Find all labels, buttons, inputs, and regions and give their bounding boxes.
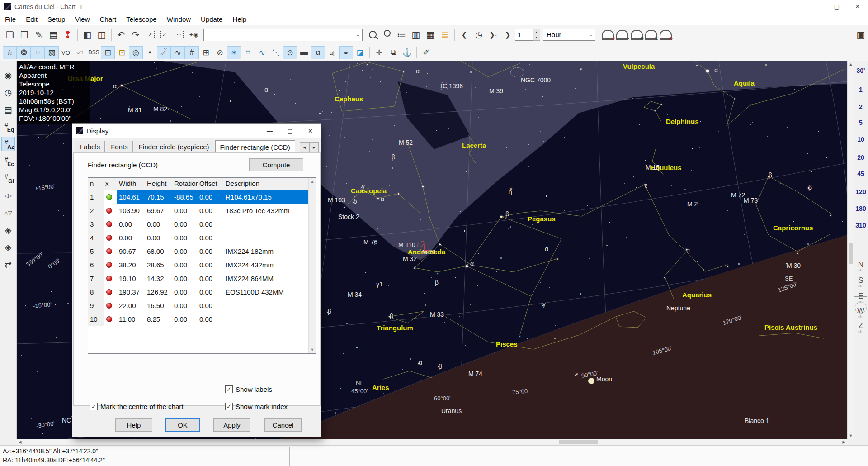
night-vision-icon[interactable]: ◪ (353, 46, 367, 59)
apply-button[interactable]: Apply (213, 418, 250, 432)
dss-image-icon[interactable]: DSS (87, 46, 101, 59)
fov-value-5[interactable]: 5 (854, 119, 868, 126)
alert-pin-icon[interactable]: ❢ (61, 28, 75, 42)
zoom-out-frame-icon[interactable]: ↗ (143, 28, 157, 42)
single-window-icon[interactable]: ◧ (80, 28, 94, 42)
label-cursor-icon[interactable]: α| (325, 46, 339, 59)
calendar-icon[interactable]: ▦ (423, 28, 438, 42)
menu-file[interactable]: File (0, 13, 21, 25)
scroll-right-icon[interactable]: ▶ (841, 439, 847, 445)
menu-update[interactable]: Update (196, 13, 227, 25)
spin-up-icon[interactable]: ▲ (533, 29, 540, 35)
cancel-button[interactable]: Cancel (264, 418, 302, 432)
save-icon[interactable]: ✎ (32, 28, 46, 42)
close-button[interactable]: ✕ (847, 0, 868, 13)
show-galaxies-icon[interactable]: ❂ (17, 46, 31, 59)
tab-finder-rectangle-ccd-[interactable]: Finder rectangle (CCD) (215, 140, 295, 153)
dialog-close-button[interactable]: ✕ (300, 124, 321, 138)
time-now-icon[interactable]: ◷ (472, 28, 486, 42)
tab-fonts[interactable]: Fonts (106, 141, 133, 152)
fov-value-120[interactable]: 120 (854, 188, 868, 195)
tab-scroll-right-icon[interactable]: ▸ (309, 142, 319, 152)
az-grid-icon[interactable]: ⊞ (199, 46, 213, 59)
zoom-in-frame-icon[interactable]: ↙ (157, 28, 172, 42)
dome-lock-icon[interactable]: ▪ (615, 28, 629, 42)
dialog-minimize-button[interactable]: — (259, 124, 280, 138)
time-unit-select[interactable]: Hour⌄ (543, 29, 595, 41)
tab-labels[interactable]: Labels (75, 141, 105, 152)
table-row[interactable]: 30.000.000.000.00 (88, 218, 316, 231)
direction-s-button[interactable]: Sıılıı (854, 277, 868, 289)
dialog-title-bar[interactable]: Display — ▢ ✕ (72, 124, 321, 138)
help-button[interactable]: Help (115, 418, 152, 432)
table-scroll-down-icon[interactable]: ▼ (309, 346, 316, 353)
table-row[interactable]: 2103.9069.670.000.00183c Pro Tec 432mm (88, 204, 316, 218)
step-forward-icon[interactable]: ❯ (500, 28, 515, 42)
checkbox-mark-the-centre-of-the-chart[interactable]: ✓Mark the centre of the chart (90, 403, 183, 410)
table-row[interactable]: 1011.008.250.000.00 (88, 313, 316, 326)
finder-rectangle-icon[interactable]: ⊡ (101, 46, 115, 59)
table-row[interactable]: 8190.37126.920.000.00EOS1100D 432MM (88, 285, 316, 299)
eq-grid-icon[interactable]: # (185, 46, 199, 59)
link-chart-icon[interactable]: ⧉ (386, 46, 400, 59)
fov-value-1[interactable]: 1 (854, 86, 868, 93)
tab-scroll-left-icon[interactable]: ◂ (300, 142, 309, 152)
compass-icon[interactable]: ⊘ (213, 46, 227, 59)
az-coord-icon[interactable]: #Az (1, 137, 15, 151)
step-back-icon[interactable]: ❮ (457, 28, 472, 42)
fov-value-2[interactable]: 2 (854, 103, 868, 110)
flip-horizontal-icon[interactable]: ◁▷ (1, 188, 15, 203)
redo-icon[interactable]: ↷ (128, 28, 143, 42)
chart-vertical-scrollbar[interactable]: ▲ ▼ (847, 61, 854, 439)
table-row[interactable]: 638.2028.650.000.00IMX224 432mm (88, 258, 316, 272)
table-row[interactable]: 590.6768.000.000.00IMX224 182mm (88, 245, 316, 258)
spin-down-icon[interactable]: ▼ (533, 35, 540, 40)
table-row[interactable]: 719.1014.320.000.00IMX224 864MM (88, 272, 316, 285)
scroll-down-icon[interactable]: ▼ (848, 433, 854, 439)
scroll-up-icon[interactable]: ▲ (848, 61, 854, 67)
show-planets-icon[interactable]: ◎ (129, 46, 143, 59)
rotate-right-icon[interactable]: ◈ (1, 223, 15, 237)
dome-slew-icon[interactable]: ↯ (644, 28, 658, 42)
open-icon[interactable]: ❐ (17, 28, 32, 42)
table-scrollbar[interactable]: ▲ ▼ (308, 178, 316, 353)
checkbox-icon[interactable]: ✓ (225, 385, 233, 393)
maximize-button[interactable]: ▢ (826, 0, 847, 13)
chart-horizontal-scrollbar[interactable]: ◀ ▶ (17, 439, 847, 445)
label-alpha-icon[interactable]: α (311, 46, 325, 59)
measure-icon[interactable]: ▬ (297, 46, 311, 59)
monitor-icon[interactable]: ▣ (854, 28, 868, 42)
object-search-combo[interactable]: ⌄ (203, 29, 363, 41)
checkbox-icon[interactable]: ✓ (90, 403, 98, 410)
minimize-button[interactable]: — (806, 0, 826, 13)
checkbox-show-labels[interactable]: ✓Show labels (225, 385, 272, 393)
show-nebulae-icon[interactable]: ◌ (31, 46, 45, 59)
new-chart-icon[interactable]: ❏ (3, 28, 17, 42)
table-row[interactable]: 922.0016.500.000.00 (88, 299, 316, 313)
finder-rectangle-flash-icon[interactable]: ⊡ (115, 46, 129, 59)
ec-coord-icon[interactable]: #Ec (1, 154, 15, 168)
step-forward-dot-icon[interactable]: ❯· (486, 28, 500, 42)
checkbox-show-mark-index[interactable]: ✓Show mark index (225, 403, 288, 410)
globe-icon[interactable]: ◉ (1, 68, 15, 82)
pan-icon[interactable]: ✛ (372, 46, 386, 59)
show-images-icon[interactable]: ▧ (45, 46, 59, 59)
tab-finder-circle-eyepiece-[interactable]: Finder circle (eyepiece) (134, 141, 214, 152)
horizon-fill-icon[interactable]: ◒ (339, 46, 353, 59)
dome-abort-icon[interactable]: ⊘ (658, 28, 673, 42)
star-density-icon[interactable]: ✦◉ (186, 28, 201, 42)
fov-value-30[interactable]: 30' (854, 67, 868, 74)
spinner-arrows[interactable]: ▲▼ (533, 29, 540, 41)
show-comets-icon[interactable]: ☄ (157, 46, 171, 59)
menu-window[interactable]: Window (162, 13, 196, 25)
location-icon[interactable] (380, 28, 394, 42)
clock-icon[interactable]: ◷ (1, 85, 15, 100)
menu-view[interactable]: View (70, 13, 94, 25)
eq-coord-icon[interactable]: #Eq (1, 119, 15, 134)
direction-z-button[interactable]: Zıılıı (854, 323, 868, 334)
menu-help[interactable]: Help (227, 13, 251, 25)
menu-setup[interactable]: Setup (42, 13, 70, 25)
multi-window-icon[interactable]: ◫ (94, 28, 109, 42)
anchor-icon[interactable]: ⚓ (400, 46, 414, 59)
dome-record-icon[interactable]: ● (600, 28, 615, 42)
